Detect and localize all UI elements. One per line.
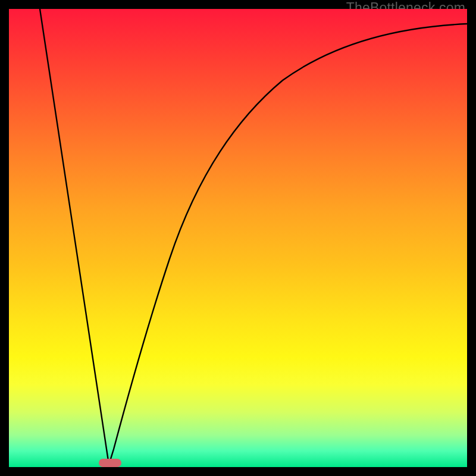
- optimal-marker: [99, 459, 121, 467]
- chart-frame: [9, 9, 467, 467]
- curve-path: [40, 9, 467, 465]
- bottleneck-curve: [9, 9, 467, 467]
